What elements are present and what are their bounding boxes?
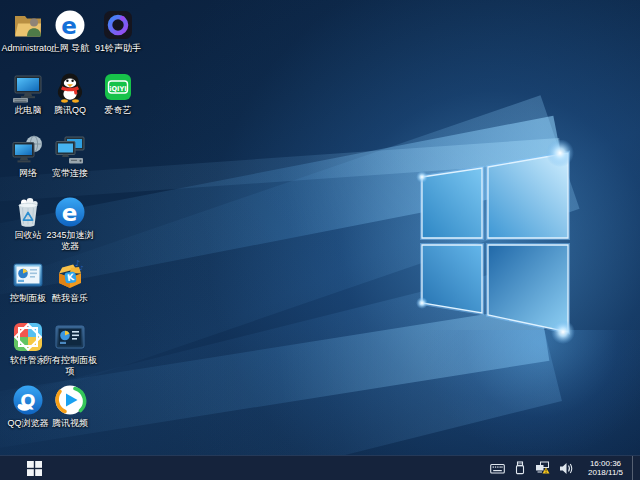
touch-keyboard-icon[interactable]: [490, 462, 505, 475]
taskbar: 16:00:36 2018/11/5: [0, 455, 640, 480]
iqiyi-wordmark-glyph: iQIYI: [109, 85, 127, 93]
desktop-icon-label: 所有控制面板项: [42, 355, 98, 377]
desktop-icon-iqiyi[interactable]: iQIYI 爱奇艺: [90, 70, 146, 116]
browser-2345-icon: e: [53, 195, 87, 229]
windows-desktop: Administrator 此电脑 网络: [0, 0, 640, 480]
desktop-icon-91-ringtone[interactable]: 91铃声助手: [90, 8, 146, 54]
windows-start-icon: [27, 461, 42, 476]
2345-e-glyph: e: [62, 200, 78, 226]
volume-icon[interactable]: [559, 462, 573, 475]
desktop-icon-label: 爱奇艺: [90, 105, 146, 116]
usb-device-icon[interactable]: [514, 461, 526, 475]
show-desktop-button[interactable]: [632, 456, 638, 480]
windows-logo-wallpaper: [410, 140, 590, 350]
network-icon: [11, 133, 45, 167]
kuwo-music-icon: K ♪ ♪: [53, 258, 87, 292]
nav-e-glyph: e: [61, 13, 77, 39]
network-warning-icon[interactable]: [535, 461, 550, 475]
software-manager-icon: [11, 320, 45, 354]
taskbar-clock[interactable]: 16:00:36 2018/11/5: [588, 459, 623, 478]
clock-time: 16:00:36: [588, 459, 623, 469]
qq-browser-icon: Q: [11, 383, 45, 417]
music-note-glyph: ♪: [80, 264, 84, 271]
desktop-icon-label: 腾讯视频: [42, 418, 98, 429]
browser-e-icon: e: [53, 8, 87, 42]
desktop-icon-tencent-video[interactable]: 腾讯视频: [42, 383, 98, 429]
desktop-icon-kuwo-music[interactable]: K ♪ ♪ 酷我音乐: [42, 258, 98, 304]
system-tray: 16:00:36 2018/11/5: [490, 456, 640, 480]
broadband-connection-icon: [53, 133, 87, 167]
recycle-bin-icon: [11, 195, 45, 229]
clock-date: 2018/11/5: [588, 468, 623, 478]
desktop-icon-2345-browser[interactable]: e 2345加速浏览器: [42, 195, 98, 252]
iqiyi-icon: iQIYI: [101, 70, 135, 104]
start-button[interactable]: [0, 456, 68, 480]
desktop-icon-all-control-panel[interactable]: 所有控制面板项: [42, 320, 98, 377]
desktop-icon-broadband[interactable]: 宽带连接: [42, 133, 98, 179]
desktop-icon-label: 宽带连接: [42, 168, 98, 179]
all-control-panel-items-icon: [53, 320, 87, 354]
ringtone-91-icon: [101, 8, 135, 42]
control-panel-icon: [11, 258, 45, 292]
tencent-video-icon: [53, 383, 87, 417]
desktop-icon-label: 2345加速浏览器: [42, 230, 98, 252]
this-pc-icon: [11, 70, 45, 104]
desktop-icon-label: 酷我音乐: [42, 293, 98, 304]
qq-penguin-icon: [53, 70, 87, 104]
desktop-icon-label: 91铃声助手: [90, 43, 146, 54]
user-folder-icon: [11, 8, 45, 42]
